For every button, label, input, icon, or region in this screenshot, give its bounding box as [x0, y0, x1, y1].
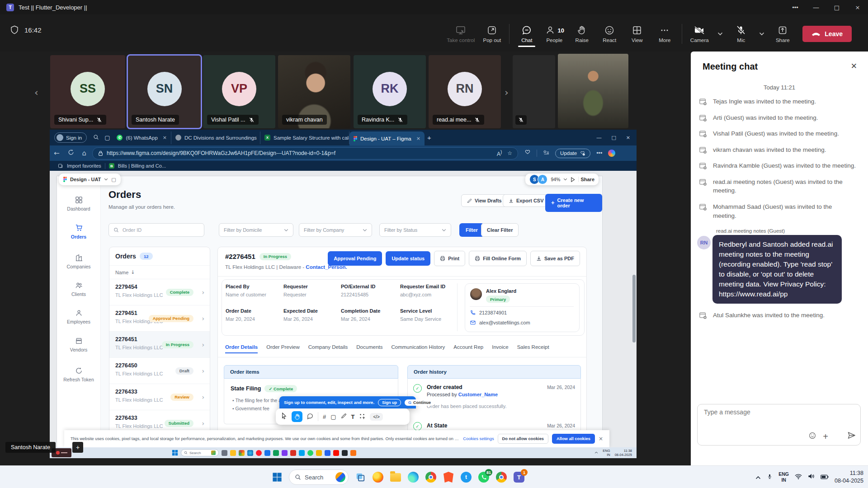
- battery-icon[interactable]: [821, 473, 829, 481]
- video-tile-camera-on[interactable]: vikram chavan: [278, 55, 350, 128]
- mic-options-chevron-icon[interactable]: [759, 32, 764, 36]
- browser-essentials-icon[interactable]: [524, 150, 531, 157]
- send-icon[interactable]: [847, 431, 856, 441]
- language-switcher[interactable]: ENGIN: [778, 471, 789, 483]
- tab-documents[interactable]: Documents: [356, 344, 382, 350]
- chat-input-box[interactable]: +: [697, 404, 861, 446]
- chat-button[interactable]: Chat: [516, 25, 537, 43]
- view-drafts-button[interactable]: View Drafts: [461, 194, 508, 207]
- tab-order-details[interactable]: Order Details: [225, 344, 258, 353]
- home-icon[interactable]: ⌂: [82, 149, 87, 157]
- opera-icon[interactable]: [256, 450, 262, 456]
- sidebar-item-refresh-token[interactable]: Refresh Token: [57, 367, 100, 382]
- create-new-order-button[interactable]: + Create new order: [545, 194, 602, 212]
- figma-file-pill[interactable]: Design - UAT ▢: [59, 174, 121, 185]
- sheets-icon[interactable]: [273, 450, 279, 456]
- browser-menu-icon[interactable]: •••: [596, 150, 602, 156]
- video-tile[interactable]: SS Shivani Sup...: [50, 55, 125, 128]
- import-favorites-link[interactable]: Import favorites: [67, 163, 101, 169]
- brave-icon[interactable]: [443, 471, 454, 483]
- search-input[interactable]: Search: [181, 449, 219, 456]
- comment-tool-icon[interactable]: [307, 413, 313, 421]
- workspaces-icon[interactable]: ▢: [104, 134, 110, 141]
- tab-sales-receipt[interactable]: Sales Receipt: [517, 344, 549, 350]
- order-row[interactable]: 2279451TL Flex Holdings LLC Approval Pen…: [109, 305, 210, 331]
- video-tile-active-speaker[interactable]: SN Santosh Narate: [127, 55, 201, 128]
- share-button[interactable]: Share: [772, 25, 793, 43]
- actions-tool-icon[interactable]: [359, 413, 365, 421]
- github-icon[interactable]: [342, 450, 348, 456]
- update-button[interactable]: Update !: [555, 149, 590, 158]
- filter-status-select[interactable]: Filter by Status: [379, 223, 451, 237]
- approval-pending-button[interactable]: Approval Pending: [328, 251, 382, 266]
- presenter-label-expand-button[interactable]: +: [72, 442, 83, 453]
- emoji-icon[interactable]: [808, 432, 816, 441]
- sidebar-item-clients[interactable]: Clients: [57, 282, 100, 297]
- order-row[interactable]: 2279454TL Flex Holdings LLC Complete›: [109, 279, 210, 305]
- browser-close-icon[interactable]: ×: [626, 135, 630, 141]
- tab-account-rep[interactable]: Account Rep: [453, 344, 483, 350]
- pinned-app-icon[interactable]: [264, 450, 270, 456]
- share-taskbar-clock[interactable]: 11:3808-04-2025: [615, 449, 632, 457]
- export-csv-button[interactable]: Export CSV: [503, 194, 550, 207]
- video-tile-camera-on[interactable]: [558, 54, 628, 128]
- pinned-app-icon[interactable]: [282, 450, 288, 456]
- browser-tab[interactable]: DC Divisions and Surroundings×: [171, 131, 260, 144]
- filter-company-select[interactable]: Filter by Company: [299, 223, 372, 237]
- move-tool-icon[interactable]: [281, 413, 287, 421]
- edge-icon[interactable]: [247, 450, 253, 456]
- chrome-icon[interactable]: [239, 450, 245, 456]
- camera-button[interactable]: Camera: [689, 25, 710, 43]
- chat-message-list[interactable]: Today 11:21 Tejas Ingle was invited to t…: [691, 80, 868, 400]
- window-more-icon[interactable]: •••: [785, 0, 806, 14]
- order-row[interactable]: 2276433TL Flex Holdings LLC Review›: [109, 384, 210, 410]
- browser-profile-button[interactable]: Sign in: [54, 132, 87, 143]
- sidebar-item-dashboard[interactable]: Dashboard: [57, 196, 100, 211]
- more-button[interactable]: More: [654, 25, 675, 43]
- people-button[interactable]: 10 People: [544, 25, 565, 43]
- file-explorer-icon[interactable]: [390, 471, 401, 483]
- print-button[interactable]: Print: [434, 251, 465, 266]
- frame-tool-icon[interactable]: #: [323, 413, 326, 420]
- fill-online-form-button[interactable]: Fill Online Form: [469, 251, 527, 266]
- browser-tab[interactable]: ✆ (6) WhatsApp×: [113, 131, 171, 144]
- twitter-icon[interactable]: t: [460, 471, 472, 483]
- wifi-icon[interactable]: [795, 473, 802, 481]
- present-icon[interactable]: [571, 177, 575, 182]
- chrome-profile-icon[interactable]: [495, 471, 507, 483]
- volume-icon[interactable]: [808, 473, 815, 481]
- taskbar-clock[interactable]: 11:3808-04-2025: [835, 469, 863, 485]
- mic-button[interactable]: Mic: [731, 25, 751, 43]
- order-id-search-input[interactable]: Order ID: [108, 223, 204, 237]
- react-button[interactable]: React: [599, 25, 620, 43]
- copilot-icon[interactable]: [608, 150, 615, 157]
- video-tile[interactable]: VP Vishal Patil ...: [203, 55, 275, 128]
- bookmark-item[interactable]: Bills | Billing and Co...: [118, 163, 166, 169]
- pinned-app-icon[interactable]: [316, 450, 322, 456]
- clear-filter-button[interactable]: Clear Filter: [481, 223, 519, 237]
- sidebar-item-companies[interactable]: Companies: [57, 254, 100, 269]
- share-taskbar-language[interactable]: ENGIN: [603, 449, 610, 457]
- sidebar-item-orders[interactable]: Orders: [57, 224, 100, 239]
- chrome-icon[interactable]: [425, 471, 437, 483]
- tray-mic-icon[interactable]: [767, 473, 773, 482]
- sort-desc-icon[interactable]: ↓: [131, 269, 135, 275]
- view-button[interactable]: View: [627, 25, 647, 43]
- tab-close-icon[interactable]: ×: [416, 136, 420, 141]
- back-icon[interactable]: ←: [54, 149, 60, 157]
- tray-expand-icon[interactable]: [594, 450, 598, 455]
- tab-company-details[interactable]: Company Details: [308, 344, 348, 350]
- whatsapp-icon[interactable]: 81: [478, 471, 490, 483]
- favorites-list-icon[interactable]: [543, 150, 549, 157]
- page-scrollbar[interactable]: [632, 275, 636, 343]
- pen-tool-icon[interactable]: [341, 413, 347, 420]
- contact-phone[interactable]: 2123874901: [479, 310, 507, 315]
- camera-options-chevron-icon[interactable]: [717, 32, 723, 36]
- acrobat-icon[interactable]: [333, 450, 339, 456]
- teams-icon[interactable]: T 1: [513, 471, 525, 483]
- edge-icon[interactable]: [407, 471, 419, 483]
- deny-cookies-button[interactable]: Do not allow cookies: [498, 434, 548, 444]
- tab-close-icon[interactable]: ×: [163, 135, 167, 141]
- save-as-pdf-button[interactable]: Save as PDF: [530, 251, 580, 266]
- cookie-close-icon[interactable]: ×: [599, 436, 603, 442]
